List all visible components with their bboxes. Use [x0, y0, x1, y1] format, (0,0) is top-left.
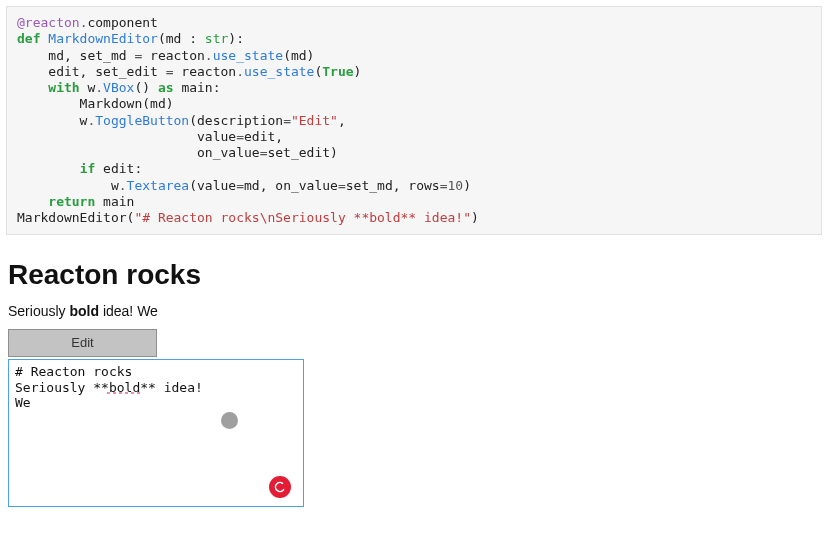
text-pre: Seriously — [8, 303, 69, 319]
def-keyword: def — [17, 31, 40, 46]
spellcheck-underline — [107, 392, 141, 394]
func-name: MarkdownEditor — [48, 31, 158, 46]
text-post: idea! We — [99, 303, 158, 319]
output-area: Reacton rocks Seriously bold idea! We Ed… — [0, 241, 828, 515]
markdown-heading: Reacton rocks — [8, 259, 820, 291]
edit-toggle-button[interactable]: Edit — [8, 329, 157, 357]
markdown-textarea[interactable] — [9, 360, 303, 506]
textarea-container — [8, 359, 304, 507]
code-block: @reacton.component def MarkdownEditor(md… — [6, 6, 822, 235]
markdown-paragraph: Seriously bold idea! We — [8, 303, 820, 319]
text-bold: bold — [69, 303, 99, 319]
decorator: @reacton — [17, 15, 80, 30]
